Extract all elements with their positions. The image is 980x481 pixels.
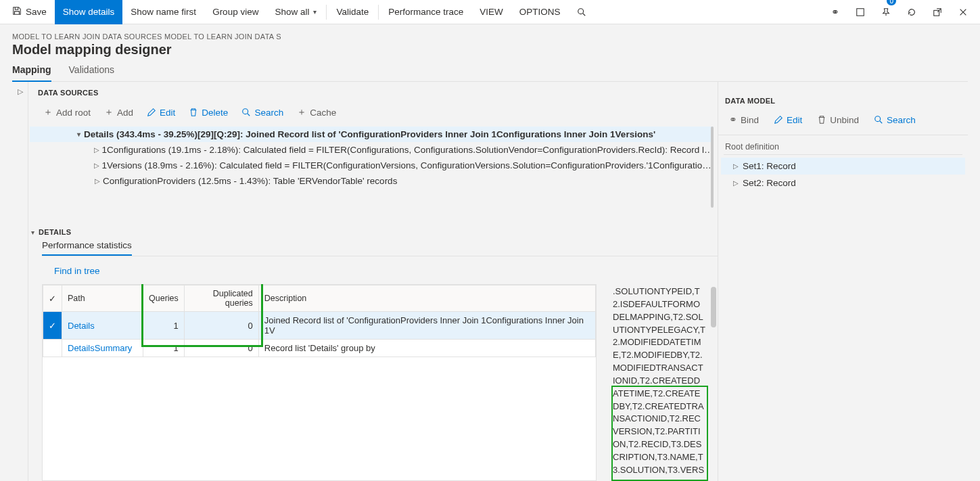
find-in-tree-link[interactable]: Find in tree <box>54 266 718 276</box>
col-path[interactable]: Path <box>62 285 143 312</box>
show-details-button[interactable]: Show details <box>55 0 123 24</box>
pin-icon <box>881 7 891 17</box>
show-name-first-button[interactable]: Show name first <box>122 0 204 24</box>
path-link[interactable]: Details <box>68 321 95 331</box>
tree-row[interactable]: ▷ ConfigurationProviders (12.5ms - 1.43%… <box>30 173 714 189</box>
breadcrumb: MODEL TO LEARN JOIN DATA SOURCES MODEL T… <box>12 32 968 41</box>
tree-label: Set2: Record <box>743 178 796 188</box>
tree-scrollbar[interactable] <box>711 127 714 208</box>
close-icon <box>958 7 968 17</box>
sql-scrollbar[interactable] <box>709 284 718 481</box>
cache-button[interactable]: ＋Cache <box>291 104 342 121</box>
details-heading: DETAILS <box>39 228 71 236</box>
queries-cell: 1 <box>143 340 185 357</box>
trash-icon <box>189 108 198 117</box>
queries-cell: 1 <box>143 312 185 340</box>
caret-down-icon: ▾ <box>31 229 34 236</box>
notifications-button[interactable]: 0 <box>873 0 899 24</box>
chevron-down-icon: ▾ <box>313 8 317 16</box>
path-link[interactable]: DetailsSummary <box>68 343 132 353</box>
tree-label: Details (343.4ms - 39.25%)[29][Q:29]: Jo… <box>84 129 655 139</box>
tab-validations[interactable]: Validations <box>69 64 114 81</box>
bind-button[interactable]: ⚭Bind <box>722 112 766 128</box>
tree-row-set2[interactable]: ▷ Set2: Record <box>721 175 965 191</box>
toolbar-separator <box>378 5 379 20</box>
save-icon <box>12 6 22 18</box>
data-model-tree: ▷ Set1: Record ▷ Set2: Record <box>718 155 968 191</box>
tree-row[interactable]: ▷ 1Versions (18.9ms - 2.16%): Calculated… <box>30 158 714 173</box>
row-selected-icon: ✓ <box>43 312 62 340</box>
svg-line-1 <box>582 13 585 16</box>
search-icon <box>241 108 251 117</box>
toolbar-separator <box>326 5 327 20</box>
unbind-button[interactable]: Unbind <box>810 112 866 128</box>
caret-right-icon[interactable]: ▷ <box>92 146 102 154</box>
details-section-header[interactable]: ▾ DETAILS <box>28 208 718 240</box>
office-icon[interactable] <box>847 0 873 24</box>
plus-icon: ＋ <box>104 106 114 118</box>
table-row[interactable]: DetailsSummary 1 0 Record list 'Details'… <box>43 340 596 357</box>
data-model-toolbar: ⚭Bind Edit Unbind Search <box>718 110 968 135</box>
description-cell: Record list 'Details' group by <box>258 340 595 357</box>
tree-row-set1[interactable]: ▷ Set1: Record <box>721 158 965 175</box>
tree-label: 1Configurations (19.1ms - 2.18%): Calcul… <box>102 145 714 155</box>
attach-icon[interactable]: ⚭ <box>823 0 847 24</box>
data-model-heading: DATA MODEL <box>718 82 968 110</box>
trash-icon <box>817 115 826 124</box>
popout-button[interactable] <box>925 0 950 24</box>
group-view-button[interactable]: Group view <box>204 0 266 24</box>
options-menu[interactable]: OPTIONS <box>511 0 569 24</box>
sql-highlight-box <box>611 386 708 481</box>
caret-right-icon[interactable]: ▷ <box>92 177 103 185</box>
link-icon: ⚭ <box>729 114 737 125</box>
refresh-button[interactable] <box>899 0 925 24</box>
chevron-right-icon[interactable]: ▷ <box>18 87 23 481</box>
office-app-icon <box>856 7 865 17</box>
sql-pane[interactable]: .SOLUTIONTYPEID,T2.ISDEFAULTFORMODELMAPP… <box>611 284 718 481</box>
data-sources-toolbar: ＋Add root ＋Add Edit Delete Search ＋Cach <box>28 101 718 127</box>
performance-statistics-tab[interactable]: Performance statistics <box>42 240 132 256</box>
data-sources-heading: DATA SOURCES <box>28 82 718 101</box>
plus-icon: ＋ <box>43 106 53 118</box>
pencil-icon <box>774 115 783 124</box>
col-queries[interactable]: Queries <box>143 285 185 312</box>
dup-queries-cell: 0 <box>184 340 258 357</box>
page-body: MODEL TO LEARN JOIN DATA SOURCES MODEL T… <box>0 24 980 481</box>
table-header-row: ✓ Path Queries Duplicated queries Descri… <box>43 285 596 312</box>
tree-label: ConfigurationProviders (12.5ms - 1.43%):… <box>103 176 397 186</box>
col-description[interactable]: Description <box>258 285 595 312</box>
show-all-dropdown[interactable]: Show all ▾ <box>266 0 325 24</box>
edit-button[interactable]: Edit <box>767 112 809 128</box>
tab-mapping[interactable]: Mapping <box>12 64 51 82</box>
tree-label: Set1: Record <box>743 161 796 171</box>
refresh-icon <box>907 7 916 17</box>
search-button[interactable]: Search <box>867 112 923 128</box>
tree-row[interactable]: ▷ 1Configurations (19.1ms - 2.18%): Calc… <box>30 142 714 158</box>
close-button[interactable] <box>950 0 976 24</box>
popout-icon <box>933 7 942 17</box>
search-button[interactable]: Search <box>236 105 289 120</box>
caret-right-icon[interactable]: ▷ <box>733 162 743 170</box>
view-menu[interactable]: VIEW <box>471 0 511 24</box>
data-model-panel: DATA MODEL ⚭Bind Edit Unbind Search <box>718 82 968 481</box>
col-dup-queries[interactable]: Duplicated queries <box>184 285 258 312</box>
caret-right-icon[interactable]: ▷ <box>92 162 101 169</box>
app-toolbar: Save Show details Show name first Group … <box>0 0 980 24</box>
page-tabs: Mapping Validations <box>12 64 968 82</box>
search-button[interactable] <box>569 0 594 24</box>
link-icon: ⚭ <box>831 7 839 18</box>
tree-row-details[interactable]: ▾ Details (343.4ms - 39.25%)[29][Q:29]: … <box>30 127 714 142</box>
caret-down-icon[interactable]: ▾ <box>73 131 84 138</box>
performance-grid: ✓ Path Queries Duplicated queries Descri… <box>42 284 597 481</box>
caret-right-icon[interactable]: ▷ <box>733 179 743 187</box>
add-button[interactable]: ＋Add <box>99 104 139 121</box>
col-check[interactable]: ✓ <box>43 285 62 312</box>
pencil-icon <box>147 108 156 117</box>
delete-button[interactable]: Delete <box>183 105 233 120</box>
edit-button[interactable]: Edit <box>141 105 181 120</box>
performance-trace-button[interactable]: Performance trace <box>380 0 471 24</box>
table-row[interactable]: ✓ Details 1 0 Joined Record list of 'Con… <box>43 312 596 340</box>
add-root-button[interactable]: ＋Add root <box>38 104 96 121</box>
validate-button[interactable]: Validate <box>328 0 377 24</box>
save-button[interactable]: Save <box>4 0 55 24</box>
